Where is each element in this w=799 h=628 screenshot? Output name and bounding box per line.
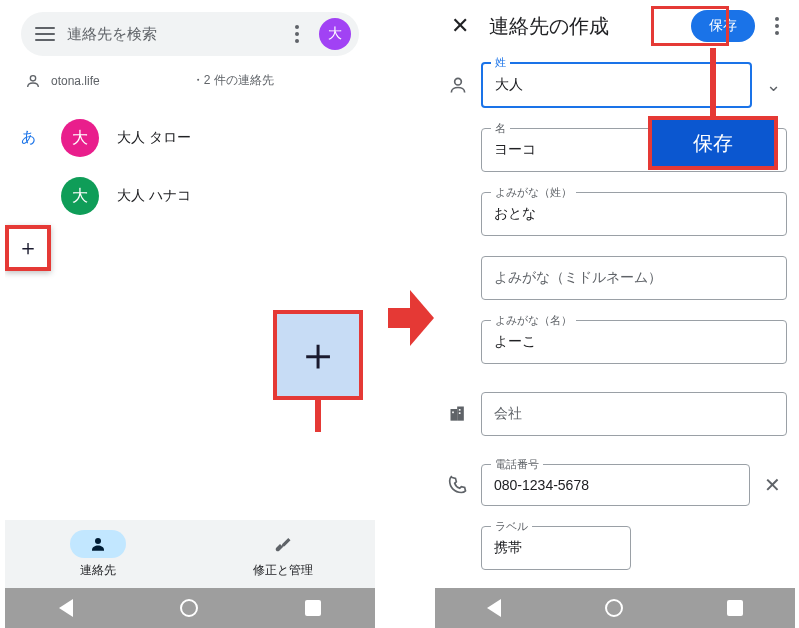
search-bar[interactable]: 連絡先を検索 大: [21, 12, 359, 56]
tab-contacts[interactable]: 連絡先: [5, 520, 190, 588]
svg-point-2: [455, 78, 462, 85]
person-icon: [443, 75, 473, 95]
field-label: 姓: [491, 55, 510, 70]
svg-rect-6: [459, 409, 461, 411]
field-label: 名: [491, 121, 510, 136]
svg-rect-3: [451, 409, 458, 421]
fab-highlight[interactable]: ＋: [273, 310, 363, 400]
svg-point-1: [95, 538, 101, 544]
back-icon[interactable]: [59, 599, 73, 617]
person-icon: [25, 73, 41, 89]
connector: [710, 48, 716, 118]
wrench-icon: [255, 530, 311, 558]
tab-label: 修正と管理: [253, 562, 313, 579]
save-callout: 保存: [648, 116, 778, 170]
svg-rect-5: [452, 412, 454, 414]
chevron-down-icon[interactable]: ⌄: [760, 74, 787, 96]
android-navbar: [435, 588, 795, 628]
contact-avatar: 大: [61, 119, 99, 157]
section-letter: あ: [21, 128, 36, 147]
bottom-tabs: 連絡先 修正と管理: [5, 520, 375, 588]
account-blur: [110, 75, 182, 87]
building-icon: [443, 404, 473, 424]
recent-icon[interactable]: [305, 600, 321, 616]
profile-avatar[interactable]: 大: [319, 18, 351, 50]
contact-avatar: 大: [61, 177, 99, 215]
phone-icon: [443, 475, 473, 495]
menu-icon[interactable]: [35, 27, 55, 41]
home-icon[interactable]: [180, 599, 198, 617]
field-yomi-mei[interactable]: よみがな（名） よーこ: [481, 320, 787, 364]
field-label: よみがな（姓）: [491, 185, 576, 200]
field-yomi-mid[interactable]: よみがな（ミドルネーム）: [481, 256, 787, 300]
tab-label: 連絡先: [80, 562, 116, 579]
save-highlight: [651, 6, 729, 46]
person-icon: [70, 530, 126, 558]
tab-fix[interactable]: 修正と管理: [190, 520, 375, 588]
arrow-icon: [388, 290, 434, 346]
plus-icon: ＋: [17, 233, 39, 263]
phone-right: ✕ 連絡先の作成 保存 姓 大人 ⌄ 名 ヨーコ よみがな（姓） おとな: [435, 0, 795, 628]
account-row[interactable]: otona.life ・2 件の連絡先: [5, 64, 375, 97]
recent-icon[interactable]: [727, 600, 743, 616]
field-label: 電話番号: [491, 457, 543, 472]
field-yomi-sei[interactable]: よみがな（姓） おとな: [481, 192, 787, 236]
plus-icon: ＋: [295, 324, 341, 386]
search-input[interactable]: 連絡先を検索: [67, 25, 275, 44]
field-label-select[interactable]: ラベル 携帯: [481, 526, 631, 570]
contact-name: 大人 タロー: [117, 129, 191, 147]
svg-rect-7: [459, 412, 461, 414]
company-input[interactable]: 会社: [481, 392, 787, 436]
field-label: よみがな（名）: [491, 313, 576, 328]
contact-row[interactable]: 大 大人 タロー: [5, 109, 375, 167]
svg-point-0: [30, 75, 35, 80]
fab-add[interactable]: ＋: [5, 225, 51, 271]
close-icon[interactable]: ✕: [443, 13, 477, 39]
more-icon[interactable]: [287, 25, 307, 43]
account-count: ・2 件の連絡先: [192, 72, 274, 89]
home-icon[interactable]: [605, 599, 623, 617]
create-header: ✕ 連絡先の作成 保存: [435, 0, 795, 52]
clear-icon[interactable]: ✕: [758, 473, 787, 497]
connector: [315, 400, 321, 432]
yomi-mid-input[interactable]: よみがな（ミドルネーム）: [481, 256, 787, 300]
account-email: otona.life: [51, 74, 100, 88]
field-label: ラベル: [491, 519, 532, 534]
more-icon[interactable]: [767, 17, 787, 35]
field-phone[interactable]: 電話番号 080-1234-5678: [481, 464, 750, 506]
android-navbar: [5, 588, 375, 628]
back-icon[interactable]: [487, 599, 501, 617]
phone-left: 連絡先を検索 大 otona.life ・2 件の連絡先 あ 大 大人 タロー …: [5, 0, 375, 628]
contact-name: 大人 ハナコ: [117, 187, 191, 205]
field-company[interactable]: 会社: [481, 392, 787, 436]
contact-row[interactable]: 大 大人 ハナコ: [5, 167, 375, 225]
